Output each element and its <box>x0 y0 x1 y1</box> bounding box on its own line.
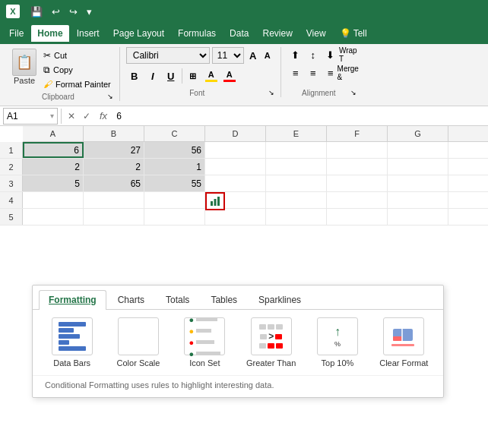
bold-button[interactable]: B <box>126 68 143 84</box>
cell-b5[interactable] <box>84 209 144 225</box>
cell-reference-box[interactable]: A1 ▾ <box>3 108 58 125</box>
qa-item-greater-than[interactable]: > Greater Than <box>244 317 298 368</box>
cell-e4[interactable] <box>266 192 327 208</box>
col-header-g[interactable]: G <box>388 126 448 141</box>
cell-g1[interactable] <box>388 142 448 158</box>
menu-home[interactable]: Home <box>31 25 68 42</box>
cell-e2[interactable] <box>266 159 327 175</box>
row-header-1[interactable]: 1 <box>0 142 23 158</box>
quick-analysis-button[interactable] <box>205 192 225 210</box>
col-header-b[interactable]: B <box>84 126 144 141</box>
cell-f4[interactable] <box>327 192 388 208</box>
col-header-f[interactable]: F <box>327 126 388 141</box>
cell-ref-dropdown-icon[interactable]: ▾ <box>50 112 54 120</box>
cell-f2[interactable] <box>327 159 388 175</box>
merge-button[interactable]: Merge & <box>340 65 356 80</box>
cancel-formula-icon[interactable]: ✕ <box>65 109 78 124</box>
align-right-button[interactable]: ≡ <box>322 65 339 80</box>
cell-b2[interactable]: 2 <box>84 159 144 175</box>
wrap-text-button[interactable]: Wrap T <box>340 47 356 62</box>
cell-d5[interactable] <box>205 209 266 225</box>
cell-g2[interactable] <box>388 159 448 175</box>
row-header-4[interactable]: 4 <box>0 192 23 208</box>
cell-d4[interactable] <box>205 192 266 208</box>
cell-a1[interactable]: 6 <box>23 142 84 158</box>
align-middle-button[interactable]: ↕ <box>305 47 322 62</box>
cell-g4[interactable] <box>388 192 448 208</box>
formula-input[interactable] <box>113 111 485 121</box>
cell-g5[interactable] <box>388 209 448 225</box>
qa-tab-charts[interactable]: Charts <box>108 290 154 309</box>
cut-button[interactable]: ✂ Cut <box>41 49 113 62</box>
align-center-button[interactable]: ≡ <box>305 65 322 80</box>
align-left-button[interactable]: ≡ <box>287 65 304 80</box>
qa-item-top-10[interactable]: ↑ % Top 10% <box>310 317 364 368</box>
cell-a5[interactable] <box>23 209 84 225</box>
cell-b3[interactable]: 65 <box>84 175 144 191</box>
cell-f1[interactable] <box>327 142 388 158</box>
qa-tab-formatting[interactable]: Formatting <box>39 290 106 310</box>
menu-file[interactable]: File <box>3 25 30 42</box>
qa-item-icon-set[interactable]: ● ● ● ● Icon Set <box>178 317 232 368</box>
qa-tab-totals[interactable]: Totals <box>156 290 199 309</box>
qa-item-data-bars[interactable]: Data Bars <box>45 317 99 368</box>
qa-item-color-scale[interactable]: Color Scale <box>111 317 165 368</box>
align-bottom-button[interactable]: ⬇ <box>322 47 339 62</box>
cell-f5[interactable] <box>327 209 388 225</box>
alignment-expand-icon[interactable]: ↘ <box>350 89 356 96</box>
cell-b1[interactable]: 27 <box>84 142 144 158</box>
cell-e1[interactable] <box>266 142 327 158</box>
redo-btn[interactable]: ↪ <box>66 5 81 19</box>
cell-e3[interactable] <box>266 175 327 191</box>
font-expand-icon[interactable]: ↘ <box>268 89 274 96</box>
cell-d3[interactable] <box>205 175 266 191</box>
cell-a2[interactable]: 2 <box>23 159 84 175</box>
qa-item-clear-format[interactable]: Clear Format <box>377 317 431 368</box>
copy-button[interactable]: ⧉ Copy <box>41 63 113 77</box>
cell-g3[interactable] <box>388 175 448 191</box>
align-top-button[interactable]: ⬆ <box>287 47 304 62</box>
font-size-select[interactable]: 11 <box>212 47 244 64</box>
italic-button[interactable]: I <box>144 68 161 84</box>
cell-d1[interactable] <box>205 142 266 158</box>
cell-c2[interactable]: 1 <box>144 159 205 175</box>
menu-review[interactable]: Review <box>256 25 298 42</box>
row-header-2[interactable]: 2 <box>0 159 23 175</box>
menu-tell[interactable]: 💡 Tell <box>334 25 373 42</box>
menu-view[interactable]: View <box>300 25 332 42</box>
font-name-select[interactable]: Calibri <box>126 47 210 64</box>
cell-d2[interactable] <box>205 159 266 175</box>
cell-a3[interactable]: 5 <box>23 175 84 191</box>
underline-button[interactable]: U <box>163 68 179 84</box>
border-button[interactable]: ⊞ <box>185 68 201 84</box>
menu-data[interactable]: Data <box>223 25 255 42</box>
increase-font-size-button[interactable]: A <box>246 47 260 64</box>
clipboard-expand-icon[interactable]: ↘ <box>107 93 113 100</box>
menu-formulas[interactable]: Formulas <box>172 25 222 42</box>
row-header-5[interactable]: 5 <box>0 209 23 225</box>
cell-c4[interactable] <box>144 192 205 208</box>
menu-insert[interactable]: Insert <box>71 25 106 42</box>
save-btn[interactable]: 💾 <box>27 5 46 19</box>
fill-color-button[interactable]: A <box>203 68 220 84</box>
font-color-button[interactable]: A <box>221 68 238 84</box>
menu-page-layout[interactable]: Page Layout <box>107 25 170 42</box>
cell-b4[interactable] <box>84 192 144 208</box>
cell-c1[interactable]: 56 <box>144 142 205 158</box>
col-header-d[interactable]: D <box>205 126 266 141</box>
qa-tab-tables[interactable]: Tables <box>201 290 247 309</box>
decrease-font-size-button[interactable]: A <box>261 47 274 64</box>
col-header-c[interactable]: C <box>144 126 205 141</box>
cell-f3[interactable] <box>327 175 388 191</box>
row-header-3[interactable]: 3 <box>0 175 23 191</box>
qa-tab-sparklines[interactable]: Sparklines <box>249 290 311 309</box>
col-header-e[interactable]: E <box>266 126 327 141</box>
cell-e5[interactable] <box>266 209 327 225</box>
format-painter-button[interactable]: 🖌 Format Painter <box>41 77 113 91</box>
confirm-formula-icon[interactable]: ✓ <box>80 109 93 124</box>
cell-a4[interactable] <box>23 192 84 208</box>
customize-btn[interactable]: ▾ <box>84 5 95 19</box>
cell-c3[interactable]: 55 <box>144 175 205 191</box>
cell-c5[interactable] <box>144 209 205 225</box>
col-header-a[interactable]: A <box>23 126 84 141</box>
